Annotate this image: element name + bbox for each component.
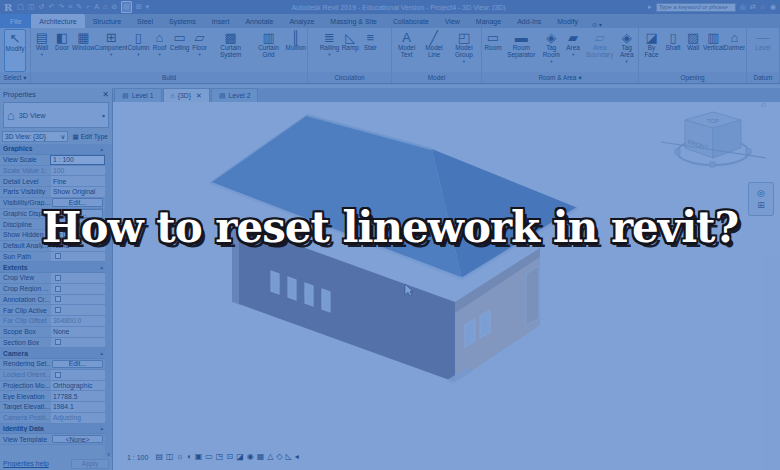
ribbon-tab-insert[interactable]: Insert [204, 14, 238, 28]
crop-view-icon[interactable]: ▭ [205, 452, 213, 462]
scroll-down-icon[interactable]: ∨ [107, 451, 111, 457]
curtain-grid-button[interactable]: ▥Curtain Grid [252, 29, 286, 72]
measure-icon[interactable]: ✎ [76, 2, 82, 12]
model-text-button[interactable]: AModel Text [393, 29, 420, 72]
chevron-down-icon[interactable]: ▾ [463, 59, 465, 64]
unlocked-3d-view-icon[interactable]: ⊡ [226, 452, 233, 462]
model-line-button[interactable]: ╱Model Line [420, 29, 448, 72]
dormer-button[interactable]: ⌂Dormer [724, 29, 745, 72]
apply-button[interactable]: Apply [71, 459, 109, 469]
reveal-hidden-elements-icon[interactable]: ◉ [247, 452, 254, 462]
ribbon-tab-massing-site[interactable]: Massing & Site [322, 14, 385, 28]
close-icon[interactable]: ✕ [196, 92, 202, 100]
checkbox[interactable] [55, 296, 61, 302]
railing-button[interactable]: ≣Railing▾ [319, 29, 341, 72]
checkbox[interactable] [55, 307, 61, 313]
visual-style-icon[interactable]: ◫ [166, 452, 174, 462]
expand-icon[interactable]: ◂ [295, 452, 299, 462]
stair-button[interactable]: ≡Stair [360, 29, 380, 72]
checkbox[interactable] [55, 275, 61, 281]
default-3d-view-icon[interactable]: ⌂ [103, 2, 107, 12]
temporary-view-properties-icon[interactable]: ▦ [257, 452, 265, 462]
checkbox[interactable] [55, 253, 61, 259]
ribbon-tab-analyze[interactable]: Analyze [281, 14, 322, 28]
column-button[interactable]: ▯Column▾ [127, 29, 149, 72]
chevron-down-icon[interactable]: ▾ [23, 74, 26, 82]
show-crop-region-icon[interactable]: ◳ [216, 452, 224, 462]
close-icon[interactable]: ✕ [102, 90, 109, 99]
chevron-down-icon[interactable]: ▾ [626, 59, 628, 64]
drawing-area[interactable]: ▤Level 1⌂{3D}✕▤Level 2 [113, 88, 780, 470]
view-instance-select[interactable]: 3D View: {3D} ∨ [2, 131, 68, 142]
account-icon[interactable]: ◉ [770, 3, 776, 11]
curtain-system-button[interactable]: ▩Curtain System [210, 29, 252, 72]
properties-section-graphics[interactable]: Graphics▴ [0, 144, 105, 155]
modify-button[interactable]: ↖Modify [4, 29, 27, 72]
window-button[interactable]: ▦Window [72, 29, 95, 72]
chevron-down-icon[interactable]: ▾ [550, 59, 552, 64]
aligned-dimension-icon[interactable]: ⌐ [86, 2, 90, 12]
detail-level-icon[interactable]: ▤ [155, 452, 163, 462]
ribbon-tab-collaborate[interactable]: Collaborate [385, 14, 437, 28]
shaft-button[interactable]: ▯Shaft [663, 29, 683, 72]
ribbon-tab-file[interactable]: File [0, 14, 31, 28]
chevron-down-icon[interactable]: ▾ [137, 52, 139, 57]
sun-path-icon[interactable]: ☼ [177, 452, 184, 462]
model-group-button[interactable]: ◰Model Group▾ [448, 29, 480, 72]
property-value[interactable]: 1 : 100 [50, 155, 105, 165]
ribbon-tab-modify[interactable]: Modify [549, 14, 586, 28]
search-collapse-icon[interactable]: ▸ [648, 3, 652, 11]
door-button[interactable]: ◧Door [52, 29, 72, 72]
edit-type-button[interactable]: ▦ Edit Type [70, 133, 110, 141]
tag-room-button[interactable]: ◈Tag Room▾ [540, 29, 563, 72]
temporary-hide-isolate-icon[interactable]: ◪ [236, 452, 244, 462]
wall-button[interactable]: ▤Wall▾ [32, 29, 52, 72]
type-selector[interactable]: ⌂ 3D View ▾ [3, 102, 109, 128]
chevron-down-icon[interactable]: ▾ [572, 52, 574, 57]
ribbon-tab-structure[interactable]: Structure [85, 14, 129, 28]
wall-button[interactable]: ▨Wall [683, 29, 703, 72]
chevron-down-icon[interactable]: ▾ [158, 52, 160, 57]
print-icon[interactable]: ≡ [68, 2, 72, 12]
highlight-displacement-icon[interactable]: ◇ [276, 452, 282, 462]
ramp-button[interactable]: ◺Ramp [340, 29, 360, 72]
mullion-button[interactable]: ║Mullion [285, 29, 306, 72]
redo-icon[interactable]: ↷ [58, 2, 64, 12]
area-button[interactable]: ▰Area▾ [563, 29, 583, 72]
view-tab--3d-[interactable]: ⌂{3D}✕ [163, 88, 210, 102]
save-icon[interactable]: ◫ [28, 2, 35, 12]
vertical-button[interactable]: ▥Vertical [703, 29, 724, 72]
chevron-down-icon[interactable]: ▾ [328, 52, 330, 57]
component-button[interactable]: ⊞Component▾ [95, 29, 127, 72]
view-tab-level-1[interactable]: ▤Level 1 [114, 88, 162, 102]
room-separator-button[interactable]: ▬Room Separator [503, 29, 540, 72]
properties-section-identity-data[interactable]: Identity Data▴ [0, 424, 105, 435]
properties-help-link[interactable]: Properties help [3, 460, 49, 467]
ribbon-tab-view[interactable]: View [437, 14, 468, 28]
by-face-button[interactable]: ◪By Face [640, 29, 663, 72]
ribbon-display-toggle[interactable]: ⊙▾ [592, 21, 602, 28]
room-button[interactable]: ▭Room [483, 29, 503, 72]
open-icon[interactable]: ▢ [17, 2, 24, 12]
scale-button[interactable]: 1 : 100 [127, 454, 148, 461]
ribbon-tab-add-ins[interactable]: Add-Ins [509, 14, 549, 28]
steering-wheel-icon[interactable]: ◎ [757, 188, 765, 198]
ribbon-tab-steel[interactable]: Steel [129, 14, 161, 28]
edit-button[interactable]: Edit... [52, 360, 103, 369]
shadows-icon[interactable]: ◐ [187, 452, 192, 462]
sync-with-central-icon[interactable]: ↺ [39, 2, 45, 12]
ribbon-tab-manage[interactable]: Manage [468, 14, 509, 28]
roof-button[interactable]: ⌂Roof▾ [150, 29, 170, 72]
section-icon[interactable]: ⊘ [111, 2, 117, 12]
ribbon-tab-annotate[interactable]: Annotate [237, 14, 281, 28]
ribbon-tab-systems[interactable]: Systems [161, 14, 204, 28]
search-icon[interactable]: ◎ [740, 3, 746, 11]
floor-button[interactable]: ▱Floor▾ [190, 29, 210, 72]
sign-in-icon[interactable]: ⇄ [750, 3, 756, 11]
text-icon[interactable]: A [94, 2, 99, 12]
chevron-down-icon[interactable]: ▾ [102, 112, 105, 119]
checkbox[interactable] [55, 286, 61, 292]
rendering-dialog-icon[interactable]: ▣ [195, 452, 203, 462]
checkbox[interactable] [55, 339, 61, 345]
chevron-down-icon[interactable]: ▾ [110, 52, 112, 57]
